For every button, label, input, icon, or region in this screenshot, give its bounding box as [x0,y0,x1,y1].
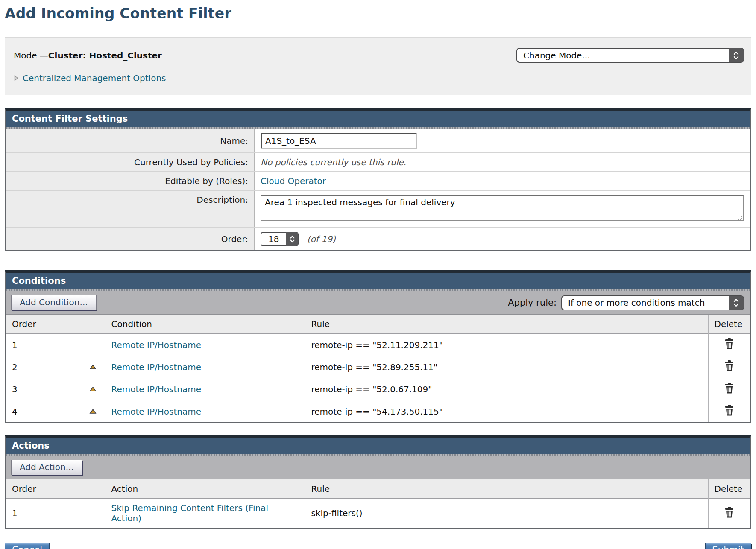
change-mode-selected-value: Change Mode... [523,50,590,61]
move-up-icon[interactable] [89,364,97,370]
condition-link[interactable]: Remote IP/Hostname [111,362,201,372]
trash-icon [724,338,734,349]
delete-condition-button[interactable] [724,360,734,371]
mode-panel: Mode —Cluster: Hosted_Cluster Change Mod… [5,37,751,95]
settings-row-policies: Currently Used by Policies: No policies … [6,153,750,172]
conditions-panel-title: Conditions [6,273,750,289]
action-rule: skip-filters() [305,499,708,528]
cloud-operator-link[interactable]: Cloud Operator [261,176,326,186]
disclosure-triangle-icon[interactable] [14,75,19,82]
condition-row: 2 Remote IP/Hostname remote-ip == "52.89… [6,356,750,378]
policies-label: Currently Used by Policies: [6,153,255,172]
conditions-header-row: Order Condition Rule Delete [6,315,750,334]
settings-row-order: Order: 18 (of 19) [6,228,750,250]
condition-rule: remote-ip == "52.0.67.109" [305,378,708,400]
condition-rule: remote-ip == "52.89.255.11" [305,356,708,378]
settings-row-editable: Editable by (Roles): Cloud Operator [6,172,750,190]
condition-row: 3 Remote IP/Hostname remote-ip == "52.0.… [6,378,750,400]
delete-condition-button[interactable] [724,405,734,416]
action-order: 1 [12,508,18,518]
condition-order: 2 [12,362,18,372]
submit-button[interactable]: Submit [705,543,752,549]
select-stepper-icon [286,232,298,246]
actions-toolbar: Add Action... [6,456,750,479]
select-stepper-icon [729,48,744,62]
move-up-icon[interactable] [89,386,97,392]
editable-roles-label: Editable by (Roles): [6,172,255,190]
delete-condition-button[interactable] [724,338,734,349]
policies-value: No policies currently use this rule. [261,157,406,167]
page-title: Add Incoming Content Filter [5,5,751,22]
content-filter-settings-panel: Content Filter Settings Name: Currently … [5,108,751,251]
apply-rule-label: Apply rule: [508,298,557,308]
delete-action-button[interactable] [724,507,734,518]
order-selected-value: 18 [268,234,279,244]
column-header-rule: Rule [305,479,708,499]
trash-icon [724,405,734,416]
column-header-action: Action [105,479,305,499]
page: Add Incoming Content Filter Mode —Cluste… [0,0,756,549]
column-header-delete: Delete [708,315,750,334]
condition-rule: remote-ip == "54.173.50.115" [305,400,708,423]
action-row: 1 Skip Remaining Content Filters (Final … [6,499,750,528]
column-header-condition: Condition [105,315,305,334]
order-select[interactable]: 18 [261,232,299,246]
name-input[interactable] [261,133,417,149]
order-total-text: (of 19) [307,234,336,244]
actions-header-row: Order Action Rule Delete [6,479,750,499]
description-label: Description: [6,190,255,228]
condition-link[interactable]: Remote IP/Hostname [111,384,201,394]
select-stepper-icon [729,296,744,310]
column-header-order: Order [6,315,105,334]
trash-icon [724,383,734,394]
condition-row: 1 Remote IP/Hostname remote-ip == "52.11… [6,334,750,356]
condition-rule: remote-ip == "52.11.209.211" [305,334,708,356]
settings-row-name: Name: [6,129,750,153]
delete-condition-button[interactable] [724,383,734,394]
footer-bar: Cancel Submit [5,543,751,549]
condition-row: 4 Remote IP/Hostname remote-ip == "54.17… [6,400,750,423]
condition-link[interactable]: Remote IP/Hostname [111,340,201,350]
column-header-rule: Rule [305,315,708,334]
column-header-order: Order [6,479,105,499]
condition-order: 1 [12,340,18,350]
condition-link[interactable]: Remote IP/Hostname [111,406,201,417]
settings-row-description: Description: Area 1 inspected messages f… [6,190,750,228]
mode-text: Mode —Cluster: Hosted_Cluster [14,50,162,61]
mode-label: Mode — [14,50,48,61]
trash-icon [724,360,734,371]
actions-panel-title: Actions [6,438,750,454]
action-link[interactable]: Skip Remaining Content Filters (Final Ac… [111,503,269,523]
column-header-delete: Delete [708,479,750,499]
settings-panel-title: Content Filter Settings [6,111,750,127]
change-mode-select[interactable]: Change Mode... [516,48,744,63]
conditions-panel: Conditions Add Condition... Apply rule: … [5,270,751,423]
order-label: Order: [6,228,255,250]
move-up-icon[interactable] [89,409,97,414]
condition-order: 3 [12,384,18,394]
description-textarea[interactable]: Area 1 inspected messages for final deli… [261,195,744,221]
condition-order: 4 [12,406,18,417]
centralized-management-options-link[interactable]: Centralized Management Options [23,73,166,83]
name-label: Name: [6,129,255,153]
actions-panel: Actions Add Action... Order Action Rule … [5,435,751,529]
cancel-button[interactable]: Cancel [5,543,50,549]
apply-rule-select[interactable]: If one or more conditions match [561,295,744,310]
apply-rule-selected-value: If one or more conditions match [568,298,705,308]
conditions-toolbar: Add Condition... Apply rule: If one or m… [6,291,750,315]
mode-value: Cluster: Hosted_Cluster [48,50,162,61]
add-condition-button[interactable]: Add Condition... [11,295,97,310]
trash-icon [724,507,734,518]
add-action-button[interactable]: Add Action... [11,460,82,475]
